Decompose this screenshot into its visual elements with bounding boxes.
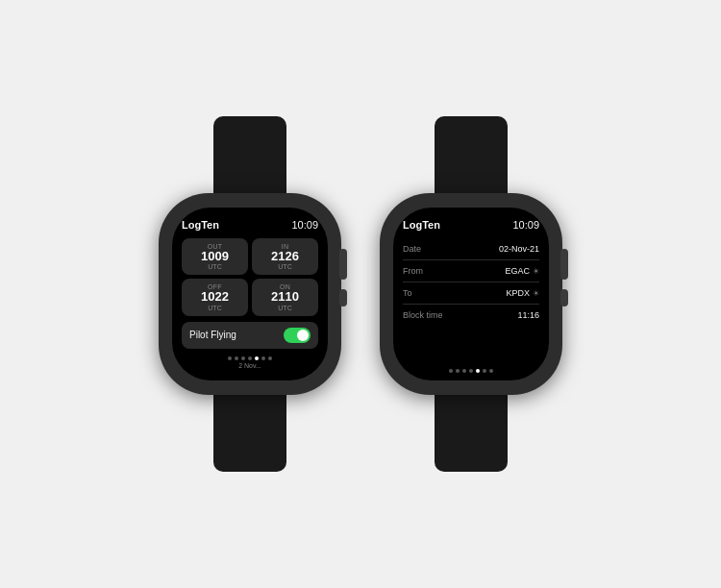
app-title-left: LogTen [182,219,219,231]
rdot-7 [489,369,493,373]
value-block-time: 11:16 [517,310,539,320]
btn-in[interactable]: IN 2126 UTC [252,238,318,275]
rdot-1 [449,369,453,373]
watch-left: LogTen 10:09 OUT 1009 UTC IN 2126 UTC OF… [159,116,341,472]
dot-2 [235,356,238,360]
key-block-time: Block time [403,310,443,320]
watch-crown-small-right [560,289,568,306]
watch-crown-right [560,249,568,280]
watch-time-left: 10:09 [291,219,318,231]
sun-icon-to: ☀ [533,289,539,298]
band-bottom-left [213,395,286,472]
to-airport: KPDX [506,288,530,298]
dot-1 [228,356,232,360]
watch-header-left: LogTen 10:09 [182,219,318,231]
btn-in-sub: UTC [278,263,291,270]
detail-list: Date 02-Nov-21 From EGAC ☀ To KPDX ☀ [403,238,539,367]
watch-body-right: LogTen 10:09 Date 02-Nov-21 From EGAC ☀ [380,193,562,395]
dot-4 [248,356,252,360]
watch-crown-small-left [339,289,347,306]
btn-off-sub: UTC [208,305,221,311]
value-from: EGAC ☀ [505,266,539,276]
rdot-5-active [476,369,480,373]
band-top-left [213,116,286,193]
watch-time-right: 10:09 [512,219,539,231]
partial-bottom-text: 2 Nov... [182,362,318,369]
watch-body-left: LogTen 10:09 OUT 1009 UTC IN 2126 UTC OF… [159,193,341,395]
btn-out-sub: UTC [208,263,221,270]
watch-crown-left [339,249,347,280]
value-to: KPDX ☀ [506,288,539,298]
key-to: To [403,288,412,298]
key-date: Date [403,244,421,254]
toggle-switch[interactable] [284,328,311,343]
dot-6 [261,356,265,360]
watch-header-right: LogTen 10:09 [403,219,539,231]
dot-3 [241,356,245,360]
page-dots-right [403,369,539,373]
watch-screen-right: LogTen 10:09 Date 02-Nov-21 From EGAC ☀ [393,208,549,380]
dot-7 [268,356,272,360]
row-date: Date 02-Nov-21 [403,238,539,260]
watch-screen-left: LogTen 10:09 OUT 1009 UTC IN 2126 UTC OF… [172,208,328,380]
band-top-right [435,116,508,193]
btn-off-value: 1022 [201,290,229,304]
rdot-2 [456,369,460,373]
band-bottom-right [435,395,508,472]
sun-icon-from: ☀ [533,267,539,276]
dot-5-active [255,356,259,360]
row-block-time: Block time 11:16 [403,305,539,326]
btn-on-sub: UTC [278,305,291,311]
row-to: To KPDX ☀ [403,282,539,305]
time-button-grid: OUT 1009 UTC IN 2126 UTC OFF 1022 UTC ON… [182,238,318,316]
btn-on-value: 2110 [271,290,299,304]
toggle-label: Pilot Flying [189,330,236,340]
btn-out-value: 1009 [201,250,229,263]
btn-on[interactable]: ON 2110 UTC [252,279,318,315]
app-title-right: LogTen [403,219,440,231]
btn-in-value: 2126 [271,250,299,263]
value-date: 02-Nov-21 [499,244,539,254]
rdot-4 [469,369,473,373]
rdot-6 [483,369,486,373]
pilot-flying-toggle-row[interactable]: Pilot Flying [182,322,318,349]
key-from: From [403,266,423,276]
page-dots-left [182,356,318,360]
row-from: From EGAC ☀ [403,260,539,282]
watch-right: LogTen 10:09 Date 02-Nov-21 From EGAC ☀ [380,116,562,472]
btn-out[interactable]: OUT 1009 UTC [182,238,248,275]
rdot-3 [462,369,466,373]
from-airport: EGAC [505,266,530,276]
btn-off[interactable]: OFF 1022 UTC [182,279,248,315]
